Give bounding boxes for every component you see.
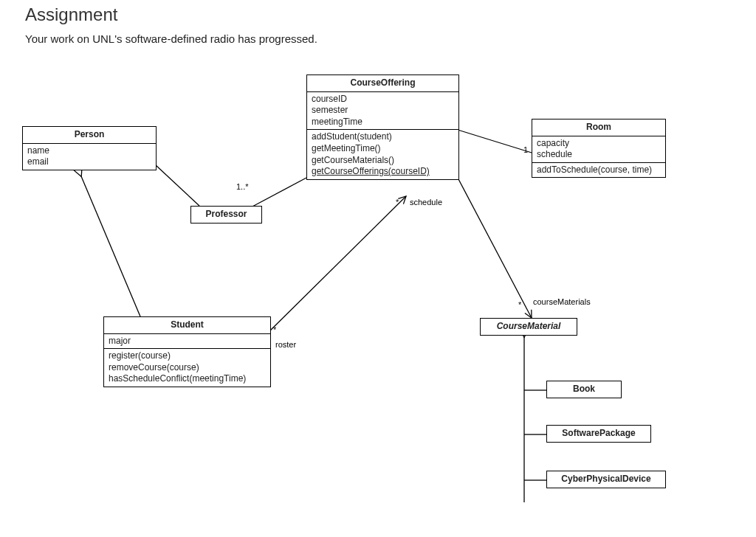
attr: meetingTime <box>312 117 454 128</box>
attr: capacity <box>537 138 661 150</box>
class-name: Student <box>104 317 270 334</box>
uml-canvas: Person name email Professor Student majo… <box>0 45 756 517</box>
class-name: Professor <box>191 207 261 223</box>
mult-room: 1 <box>523 145 528 154</box>
class-name: CyberPhysicalDevice <box>547 471 665 488</box>
class-name: CourseMaterial <box>481 319 577 335</box>
op: removeCourse(course) <box>109 362 266 374</box>
class-student: Student major register(course) removeCou… <box>103 316 271 387</box>
class-room: Room capacity schedule addToSchedule(cou… <box>532 119 666 178</box>
label-roster: roster <box>275 340 296 349</box>
class-name: Person <box>23 127 156 144</box>
class-name: Room <box>532 119 665 136</box>
op: getMeetingTime() <box>312 143 454 155</box>
page-title: Assignment <box>25 4 756 25</box>
attr: courseID <box>312 94 454 105</box>
label-course-materials: courseMaterials <box>533 297 591 306</box>
attr: major <box>109 336 266 347</box>
label-schedule: schedule <box>410 198 442 207</box>
svg-line-0 <box>155 164 199 206</box>
mult-schedule: * <box>396 198 399 207</box>
class-name: Book <box>547 381 621 398</box>
class-course-offering: CourseOffering courseID semester meeting… <box>306 75 459 180</box>
svg-line-5 <box>458 178 532 318</box>
op: addStudent(student) <box>312 131 454 143</box>
op: getCourseMaterials() <box>312 155 454 167</box>
class-book: Book <box>546 381 622 398</box>
class-name: CourseOffering <box>307 75 458 92</box>
op: register(course) <box>109 350 266 362</box>
svg-line-2 <box>251 178 306 207</box>
op-static: getCourseOfferings(courseID) <box>312 166 454 178</box>
intro-text: Your work on UNL's software-defined radi… <box>25 32 756 45</box>
class-course-material: CourseMaterial <box>480 318 577 336</box>
attr: schedule <box>537 149 661 161</box>
class-person: Person name email <box>22 126 157 170</box>
class-professor: Professor <box>190 206 262 224</box>
attr: email <box>27 156 151 168</box>
svg-line-4 <box>458 130 532 153</box>
class-name: SoftwarePackage <box>547 426 650 442</box>
svg-line-1 <box>81 176 140 316</box>
attr: semester <box>312 105 454 117</box>
class-cyber-physical-device: CyberPhysicalDevice <box>546 471 666 488</box>
svg-line-3 <box>269 196 406 331</box>
attr: name <box>27 145 151 157</box>
op: addToSchedule(course, time) <box>537 164 661 176</box>
op: hasScheduleConflict(meetingTime) <box>109 373 266 385</box>
mult-professor: 1..* <box>236 182 249 191</box>
mult-roster: * <box>273 325 276 334</box>
mult-course-materials: * <box>518 300 521 309</box>
class-software-package: SoftwarePackage <box>546 425 651 443</box>
